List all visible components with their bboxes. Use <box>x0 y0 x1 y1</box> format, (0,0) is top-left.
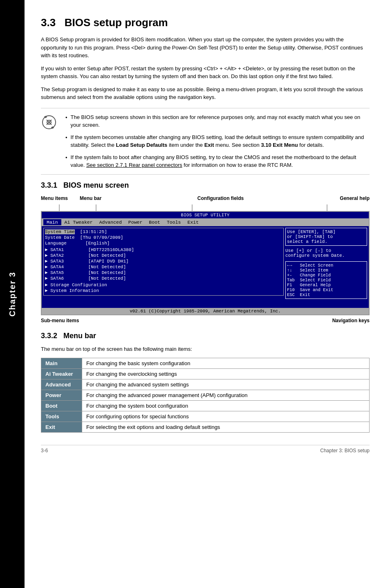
field-language: Language [English] <box>45 241 282 246</box>
field-sata5: ► SATA5 [Not Detected] <box>45 270 282 275</box>
menu-item-description: For changing the advanced power manageme… <box>82 390 370 401</box>
table-row: PowerFor changing the advanced power man… <box>41 390 370 401</box>
field-sata1: ► SATA1 [HDT722516DLA380] <box>45 247 282 252</box>
field-system-info: ► System Information <box>45 288 282 293</box>
note-text-3: If the system fails to boot after changi… <box>71 153 370 169</box>
menu-item-label: Boot <box>41 401 82 411</box>
connector-lines <box>41 204 370 211</box>
menu-item-description: For changing the overclocking settings <box>82 369 370 379</box>
nav-key-esc: ESC Exit <box>287 292 365 297</box>
field-sata3: ► SATA3 [ATAPI DVD DH1] <box>45 259 282 264</box>
note-item-2: • If the system becomes unstable after c… <box>65 133 370 149</box>
bios-left-panel: System Time [13:51:25] System Date [Thu … <box>43 228 284 306</box>
footer-left: 3-6 <box>41 448 48 453</box>
nav-key-tab: Tab Select Field <box>287 278 365 283</box>
nav-key-f1: F1 General Help <box>287 283 365 287</box>
menu-item-label: Ai Tweaker <box>41 369 82 379</box>
paragraph-1: A BIOS Setup program is provided for BIO… <box>41 36 370 60</box>
bios-footer: v02.61 (C)Copyright 1985-2009, American … <box>42 308 369 314</box>
field-sata4: ► SATA4 [Not Detected] <box>45 265 282 269</box>
bios-menubar: Main Ai Tweaker Advanced Power Boot Tool… <box>42 218 369 226</box>
note-icon <box>41 113 61 169</box>
section-title: 3.3 BIOS setup program <box>41 16 370 29</box>
sub-labels: Sub-menu items Navigation keys <box>41 318 370 323</box>
nav-key-plus: +- Change Field <box>287 273 365 278</box>
bullet-2: • <box>65 134 67 149</box>
subsection-332-title: 3.3.2 Menu bar <box>41 332 370 340</box>
field-sata2: ► SATA2 [Not Detected] <box>45 253 282 258</box>
help-text-2: Use [+] or [-] to configure system Date. <box>285 248 367 258</box>
page-footer: 3-6 Chapter 3: BIOS setup <box>41 445 370 453</box>
menu-item-label: Main <box>41 358 82 369</box>
bios-menu-boot[interactable]: Boot <box>146 219 164 225</box>
menu-item-description: For selecting the exit options and loadi… <box>82 422 370 433</box>
menu-item-label: Tools <box>41 411 82 422</box>
field-system-time: System Time [13:51:25] <box>45 229 282 234</box>
bios-fields: System Time [13:51:25] System Date [Thu … <box>43 228 284 296</box>
table-row: AdvancedFor changing the advanced system… <box>41 379 370 390</box>
help-box-1: Use [ENTER], [TAB] or [SHIFT-TAB] to sel… <box>285 228 367 246</box>
chapter-sidebar: Chapter 3 <box>0 0 25 588</box>
nav-key-arrows: ←→ Select Screen <box>287 263 365 268</box>
bios-menu-power[interactable]: Power <box>125 219 146 225</box>
label-general-help: General help <box>321 195 370 201</box>
bullet-3: • <box>65 154 67 169</box>
subsection-331-title: 3.3.1 BIOS menu screen <box>41 181 370 190</box>
field-sata6: ► SATA6 [Not Detected] <box>45 276 282 281</box>
note-item-3: • If the system fails to boot after chan… <box>65 153 370 169</box>
bios-screen: BIOS SETUP UTILITY Main Ai Tweaker Advan… <box>41 211 370 315</box>
menu-item-label: Power <box>41 390 82 401</box>
field-storage-config: ► Storage Configuration <box>45 283 282 287</box>
menu-item-description: For configuring options for special func… <box>82 411 370 422</box>
bullet-1: • <box>65 114 67 129</box>
note-box: • The BIOS setup screens shown in this s… <box>41 108 370 175</box>
field-system-date: System Date [Thu 07/09/2009] <box>45 235 282 240</box>
label-menu-items: Menu items <box>41 195 78 201</box>
table-row: BootFor changing the system boot configu… <box>41 401 370 411</box>
label-navigation-keys: Navigation keys <box>332 318 370 323</box>
bios-body: System Time [13:51:25] System Date [Thu … <box>42 226 369 308</box>
nav-keys-box: ←→ Select Screen ↑↓ Select Item +- Chang… <box>285 261 367 299</box>
menu-item-description: For changing the system boot configurati… <box>82 401 370 411</box>
menu-item-description: For changing the basic system configurat… <box>82 358 370 369</box>
chapter-label: Chapter 3 <box>8 272 17 316</box>
bios-menu-ai-tweaker[interactable]: Ai Tweaker <box>61 219 96 225</box>
table-row: MainFor changing the basic system config… <box>41 358 370 369</box>
bios-menu-main[interactable]: Main <box>43 219 61 225</box>
bios-header: BIOS SETUP UTILITY <box>42 212 369 218</box>
bios-diagram: Menu items Menu bar Configuration fields… <box>41 195 370 323</box>
bios-menu-tools[interactable]: Tools <box>164 219 184 225</box>
tool-icon <box>41 114 57 130</box>
note-text-1: The BIOS setup screens shown in this sec… <box>71 113 370 129</box>
table-row: ToolsFor configuring options for special… <box>41 411 370 422</box>
label-submenu-items: Sub-menu items <box>41 318 332 323</box>
bios-right-panel: Use [ENTER], [TAB] or [SHIFT-TAB] to sel… <box>285 228 367 306</box>
label-menu-bar: Menu bar <box>80 195 121 201</box>
note-item-1: • The BIOS setup screens shown in this s… <box>65 113 370 129</box>
bios-menu-exit[interactable]: Exit <box>184 219 202 225</box>
menu-bar-intro: The menu bar on top of the screen has th… <box>41 345 370 353</box>
table-row: ExitFor selecting the exit options and l… <box>41 422 370 433</box>
note-text-2: If the system becomes unstable after cha… <box>71 133 370 149</box>
note-items: • The BIOS setup screens shown in this s… <box>65 113 370 169</box>
footer-right: Chapter 3: BIOS setup <box>320 448 370 453</box>
table-row: Ai TweakerFor changing the overclocking … <box>41 369 370 379</box>
paragraph-2: If you wish to enter Setup after POST, r… <box>41 65 370 81</box>
menu-item-label: Exit <box>41 422 82 433</box>
nav-key-f10: F10 Save and Exit <box>287 287 365 292</box>
bios-menu-advanced[interactable]: Advanced <box>96 219 125 225</box>
menu-table: MainFor changing the basic system config… <box>41 358 370 433</box>
label-config-fields: Configuration fields <box>121 195 321 201</box>
menu-item-description: For changing the advanced system setting… <box>82 379 370 390</box>
nav-key-ud: ↑↓ Select Item <box>287 268 365 273</box>
menu-item-label: Advanced <box>41 379 82 390</box>
paragraph-3: The Setup program is designed to make it… <box>41 85 370 101</box>
